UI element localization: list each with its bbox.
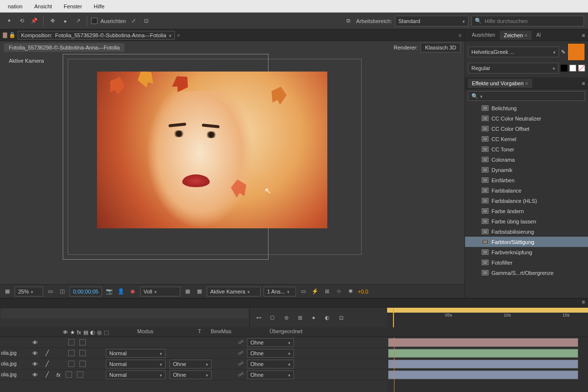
parent-dropdown[interactable]: Ohne — [247, 360, 294, 368]
font-style-dropdown[interactable]: Regular — [468, 63, 559, 74]
anchor-tool-icon[interactable]: ✥ — [48, 16, 57, 26]
tab-effects[interactable]: Effekte und Vorgaben × — [468, 79, 532, 88]
3d-switch[interactable] — [79, 350, 86, 356]
blend-mode-dropdown[interactable]: Normal — [106, 349, 166, 358]
3d-switch[interactable] — [79, 361, 86, 367]
blend-mode-dropdown[interactable]: Normal — [106, 370, 166, 379]
track-matte-dropdown[interactable]: Ohne — [170, 370, 212, 379]
parent-dropdown[interactable]: Ohne — [247, 349, 294, 358]
workspace-dropdown[interactable]: Standard — [395, 16, 468, 26]
menu-item[interactable]: nation — [2, 1, 28, 11]
effect-item[interactable]: 32Farbbalance (HLS) — [465, 196, 588, 206]
effect-item[interactable]: 32Farbbalance — [465, 185, 588, 196]
effect-item[interactable]: 32Colorama — [465, 154, 588, 165]
solo-icon[interactable]: ╱ — [43, 350, 51, 356]
selection-tool-icon[interactable]: ✦ — [4, 16, 14, 26]
circle-tool-icon[interactable]: ● — [60, 16, 70, 26]
align-checkbox[interactable] — [91, 18, 98, 24]
snapshot-icon[interactable]: 📷 — [105, 287, 114, 296]
pin-tool-icon[interactable]: 📌 — [29, 16, 39, 26]
effect-item[interactable]: 32Dynamik — [465, 165, 588, 175]
star-col-icon[interactable]: ★ — [70, 329, 75, 335]
rotate-tool-icon[interactable]: ⟲ — [17, 16, 26, 26]
tab-character[interactable]: Zeichen × — [500, 31, 531, 40]
effect-item[interactable]: 32Farbverknüpfung — [465, 247, 588, 257]
effect-item[interactable]: 32Fotofilter — [465, 257, 588, 268]
stroke-white-icon[interactable] — [569, 65, 576, 72]
menu-item[interactable]: Hilfe — [88, 1, 110, 11]
comp-breadcrumb[interactable]: Fotolia_55736298-©-Subbotina-Anna---Foto… — [4, 43, 124, 52]
renderer-dropdown[interactable]: Klassisch 3D — [420, 43, 461, 52]
eyedropper-icon[interactable]: ✎ — [561, 49, 565, 55]
panel-menu-icon[interactable]: ≡ — [582, 299, 585, 307]
snap-grid-icon[interactable]: ⊡ — [142, 16, 151, 26]
snap-icon[interactable]: ⤢ — [129, 16, 139, 26]
layer-bar[interactable] — [388, 349, 578, 358]
effect-item[interactable]: 32Farbe ändern — [465, 206, 588, 216]
roi-icon[interactable]: ◫ — [58, 287, 67, 296]
playhead[interactable] — [393, 308, 394, 327]
shy-icon[interactable]: 👁 — [32, 340, 38, 345]
help-search-input[interactable]: 🔍 Hilfe durchsuchen — [471, 16, 584, 26]
lock-icon[interactable]: 🔒 — [9, 32, 16, 38]
parent-column-header[interactable]: Übergeordnet — [267, 327, 345, 337]
camera-dropdown[interactable]: Aktive Kamera — [207, 287, 261, 296]
effects-list[interactable]: 32Belichtung32CC Color Neutralizer32CC C… — [465, 103, 588, 298]
layer-row[interactable]: olia.jpg👁╱Normal☍Ohne — [0, 348, 387, 359]
pickwhip-icon[interactable]: ☍ — [238, 361, 245, 368]
resolution-dropdown[interactable]: Voll — [140, 287, 180, 296]
timeline-icon[interactable]: ⊞ — [322, 287, 331, 296]
pickwhip-icon[interactable]: ☍ — [238, 371, 245, 378]
grid-icon[interactable]: ▦ — [3, 287, 12, 296]
panel-menu-icon[interactable]: ≡ — [582, 80, 585, 86]
blend-mode-dropdown[interactable]: Normal — [106, 360, 166, 368]
flowchart-icon[interactable]: ⊹ — [334, 287, 343, 296]
effect-item[interactable]: 32CC Color Offset — [465, 123, 588, 134]
fill-color-swatch[interactable] — [567, 43, 585, 61]
composition-viewer[interactable]: Aktive Kamera ↖ — [0, 54, 465, 284]
solo-icon[interactable]: ╱ — [43, 361, 51, 367]
layer-bar[interactable] — [388, 370, 578, 379]
menu-item[interactable]: Ansicht — [28, 1, 58, 11]
close-icon[interactable]: × — [525, 80, 528, 86]
timecode-field[interactable]: 0;00;00;05 — [70, 287, 102, 296]
effect-item[interactable]: 32CC Kernel — [465, 134, 588, 144]
graph-editor-icon[interactable]: ⊷ — [254, 313, 264, 322]
panel-menu-icon[interactable]: ≡ — [582, 32, 585, 38]
close-icon[interactable]: × — [524, 32, 527, 38]
quality-switch[interactable] — [68, 350, 74, 356]
track-matte-dropdown[interactable]: Ohne — [170, 360, 212, 368]
3d-switch[interactable] — [79, 339, 86, 345]
layer-bar[interactable] — [388, 360, 578, 368]
composition-tab[interactable]: Komposition: Fotolia_55736298-©-Subbotin… — [18, 31, 175, 40]
exposure-reset-icon[interactable]: ✱ — [346, 287, 355, 296]
tab-align[interactable]: Ausrichten — [468, 31, 499, 39]
layer-row[interactable]: 👁☍Ohne — [0, 337, 387, 348]
timeline-tracks[interactable] — [387, 337, 588, 392]
shy-icon[interactable]: 👁 — [32, 350, 38, 356]
timeline-ruler[interactable]: 05s 10s 15s — [387, 308, 588, 327]
parent-dropdown[interactable]: Ohne — [247, 338, 294, 347]
checker-icon[interactable]: ▩ — [195, 287, 204, 296]
3d-col-icon[interactable]: ⬚ — [104, 329, 109, 335]
quality-switch[interactable] — [68, 361, 74, 367]
t-column-header[interactable]: T — [198, 327, 208, 337]
frame-blend-col-icon[interactable]: ▤ — [83, 329, 88, 335]
quality-switch[interactable] — [68, 339, 74, 345]
effect-item[interactable]: 32Einfärben — [465, 175, 588, 185]
zoom-dropdown[interactable]: 25% — [15, 287, 43, 296]
motion-blur-col-icon[interactable]: ◐ — [90, 329, 95, 335]
timeline-search-input[interactable] — [1, 309, 248, 318]
channel-icon[interactable]: 👤 — [117, 287, 125, 296]
draft3d-icon[interactable]: ⬡ — [268, 313, 277, 322]
effect-item[interactable]: 32CC Color Neutralizer — [465, 113, 588, 123]
parent-dropdown[interactable]: Ohne — [247, 370, 294, 379]
tab-paragraph[interactable]: Al — [533, 31, 545, 39]
rgb-icon[interactable]: ◉ — [128, 287, 137, 296]
menu-item[interactable]: Fenster — [58, 1, 88, 11]
no-stroke-icon[interactable] — [578, 65, 585, 72]
marker-icon[interactable]: ◐ — [322, 313, 332, 322]
pickwhip-icon[interactable]: ☍ — [238, 339, 245, 346]
effect-item[interactable]: 32Farbstabilisierung — [465, 226, 588, 237]
shy-icon[interactable]: 👁 — [32, 372, 38, 378]
